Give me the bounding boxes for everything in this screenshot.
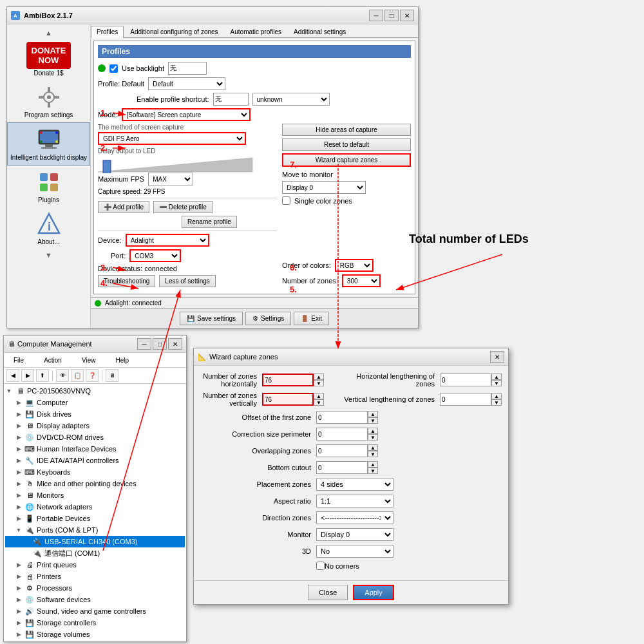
tab-automatic-profiles[interactable]: Automatic profiles <box>225 26 287 37</box>
minimize-button[interactable]: ─ <box>369 10 383 21</box>
comp-maximize-btn[interactable]: □ <box>153 338 167 350</box>
tab-profiles[interactable]: Profiles <box>91 26 124 38</box>
profile-select[interactable]: Default <box>148 77 225 90</box>
wizard-capture-button[interactable]: Wizard capture zones <box>282 153 411 167</box>
tree-mice[interactable]: ▶ 🖱 Mice and other pointing devices <box>5 478 185 489</box>
overlapping-up[interactable]: ▲ <box>368 444 378 451</box>
direction-select[interactable]: <-----------------------> <box>316 511 393 524</box>
less-settings-button[interactable]: Less of settings <box>159 275 215 287</box>
zones-h-input[interactable] <box>262 374 314 386</box>
tree-ports[interactable]: ▼ 🔌 Ports (COM & LPT) <box>5 524 185 536</box>
toolbar-computer[interactable]: 🖥 <box>106 369 118 382</box>
3d-select[interactable]: No <box>316 545 393 558</box>
aspect-select[interactable]: 1:1 <box>316 495 393 507</box>
zones-v-down[interactable]: ▼ <box>314 399 324 406</box>
tree-software-devices[interactable]: ▶ 💿 Software devices <box>5 594 185 605</box>
bottom-cutout-input[interactable] <box>316 461 368 474</box>
tree-hid[interactable]: ▶ ⌨ Human Interface Devices <box>5 443 185 455</box>
menu-help[interactable]: Help <box>109 354 135 366</box>
sidebar-item-plugins[interactable]: Plugins <box>7 166 90 207</box>
tree-storage-controllers[interactable]: ▶ 💾 Storage controllers <box>5 617 185 629</box>
shortcut-input[interactable] <box>213 93 249 106</box>
tree-monitors[interactable]: ▶ 🖥 Monitors <box>5 489 185 501</box>
bottom-cutout-down[interactable]: ▼ <box>368 468 378 474</box>
offset-down[interactable]: ▼ <box>368 417 378 424</box>
settings-button[interactable]: ⚙ Settings <box>245 312 291 325</box>
zones-v-input[interactable] <box>262 393 314 406</box>
tree-disk-drives[interactable]: ▶ 💾 Disk drives <box>5 408 185 420</box>
order-colors-select[interactable]: RGB <box>335 259 374 272</box>
v-lengthen-input[interactable] <box>440 393 491 406</box>
dialog-close-btn[interactable]: ✕ <box>490 351 504 363</box>
delete-profile-button[interactable]: ➖ Delete profile <box>153 201 213 213</box>
zones-h-down[interactable]: ▼ <box>314 380 324 386</box>
no-corners-checkbox[interactable] <box>316 562 325 570</box>
sidebar-scroll-up[interactable]: ▲ <box>7 27 90 39</box>
dialog-apply-button[interactable]: Apply <box>353 585 394 600</box>
backlight-value-input[interactable] <box>168 62 207 75</box>
tab-additional-zones[interactable]: Additional configuring of zones <box>124 26 223 37</box>
port-select[interactable]: COM3 <box>129 249 181 262</box>
v-lengthen-up[interactable]: ▲ <box>491 393 502 399</box>
correction-input[interactable] <box>316 428 368 440</box>
tree-portable[interactable]: ▶ 📱 Portable Devices <box>5 513 185 524</box>
close-button[interactable]: ✕ <box>400 10 414 21</box>
correction-up[interactable]: ▲ <box>368 428 378 434</box>
save-settings-button[interactable]: 💾 Save settings <box>180 312 243 325</box>
sidebar-item-donate[interactable]: DONATE NOW Donate 1$ <box>7 39 90 80</box>
exit-button[interactable]: 🚪 Exit <box>294 312 329 325</box>
monitor-select[interactable]: Display 0 <box>282 181 366 194</box>
use-backlight-checkbox[interactable] <box>109 64 118 73</box>
toolbar-show-hide[interactable]: 👁 <box>56 369 69 382</box>
menu-file[interactable]: File <box>8 354 30 366</box>
tree-computer[interactable]: ▶ 💻 Computer <box>5 397 185 408</box>
dialog-close-button[interactable]: Close <box>308 585 348 600</box>
toolbar-forward[interactable]: ▶ <box>21 369 34 382</box>
v-lengthen-down[interactable]: ▼ <box>491 399 502 406</box>
sidebar-item-backlight[interactable]: Intelligent backlight display <box>7 122 90 166</box>
menu-view[interactable]: View <box>76 354 102 366</box>
offset-input[interactable] <box>316 411 368 424</box>
comp-minimize-btn[interactable]: ─ <box>137 338 151 350</box>
tab-additional-settings[interactable]: Additional settings <box>288 26 352 37</box>
tree-root[interactable]: ▼ 🖥 PC-20150630VNVQ <box>5 385 185 397</box>
overlapping-down[interactable]: ▼ <box>368 451 378 457</box>
zones-h-up[interactable]: ▲ <box>314 374 324 380</box>
tree-com1[interactable]: 🔌 通信端口 (COM1) <box>5 547 185 559</box>
shortcut-key-select[interactable]: unknown <box>252 93 330 106</box>
comp-close-btn[interactable]: ✕ <box>168 338 182 350</box>
h-lengthen-up[interactable]: ▲ <box>491 374 502 380</box>
toolbar-properties[interactable]: 📋 <box>71 369 84 382</box>
tree-sound[interactable]: ▶ 🔊 Sound, video and game controllers <box>5 605 185 617</box>
toolbar-back[interactable]: ◀ <box>6 369 19 382</box>
overlapping-input[interactable] <box>316 444 368 457</box>
hide-areas-button[interactable]: Hide areas of capture <box>282 124 411 136</box>
placement-select[interactable]: 4 sides <box>316 478 393 491</box>
offset-up[interactable]: ▲ <box>368 411 378 417</box>
tree-display-adapters[interactable]: ▶ 🖥 Display adapters <box>5 420 185 431</box>
bottom-cutout-up[interactable]: ▲ <box>368 461 378 468</box>
tree-keyboards[interactable]: ▶ ⌨ Keyboards <box>5 466 185 478</box>
h-lengthen-down[interactable]: ▼ <box>491 380 502 386</box>
sidebar-item-settings[interactable]: Program settings <box>7 80 90 122</box>
single-color-checkbox[interactable] <box>282 196 290 205</box>
tree-print-queues[interactable]: ▶ 🖨 Print queues <box>5 559 185 571</box>
tree-network[interactable]: ▶ 🌐 Network adapters <box>5 501 185 513</box>
maximize-button[interactable]: □ <box>384 10 399 21</box>
tree-storage-volumes[interactable]: ▶ 💾 Storage volumes <box>5 629 185 640</box>
correction-down[interactable]: ▼ <box>368 434 378 440</box>
dialog-monitor-select[interactable]: Display 0 <box>316 528 393 541</box>
reset-default-button[interactable]: Reset to default <box>282 138 411 151</box>
h-lengthen-input[interactable] <box>440 374 491 386</box>
sidebar-item-about[interactable]: i About... <box>7 207 90 249</box>
sidebar-scroll-down[interactable]: ▼ <box>7 249 90 261</box>
fps-select[interactable]: MAX <box>148 173 193 185</box>
tree-usb-serial[interactable]: 🔌 USB-SERIAL CH340 (COM3) <box>5 536 185 547</box>
zones-v-up[interactable]: ▲ <box>314 393 324 399</box>
toolbar-help[interactable]: ❓ <box>86 369 99 382</box>
toolbar-up[interactable]: ⬆ <box>36 369 49 382</box>
num-zones-select[interactable]: 300 <box>342 274 381 287</box>
tree-ide[interactable]: ▶ 🔧 IDE ATA/ATAPI controllers <box>5 455 185 466</box>
rename-profile-button[interactable]: Rename profile <box>182 216 237 228</box>
device-select[interactable]: Adalight <box>126 234 209 247</box>
